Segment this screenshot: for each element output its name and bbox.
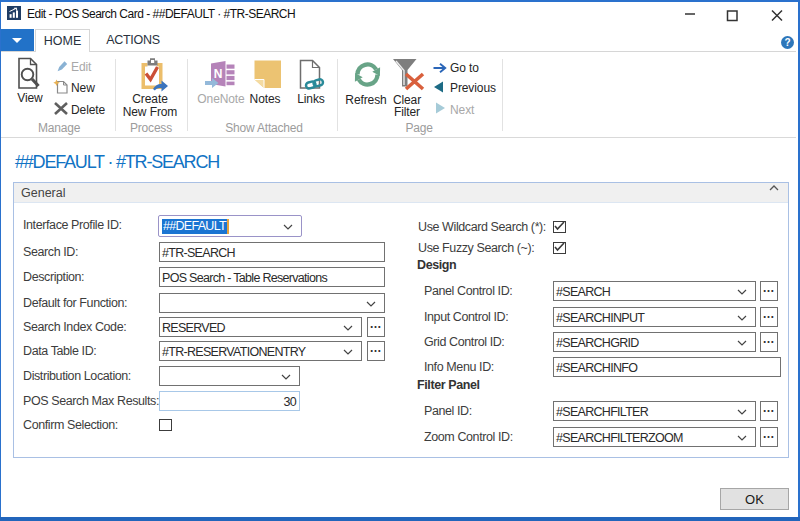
svg-text:N: N bbox=[214, 67, 223, 81]
